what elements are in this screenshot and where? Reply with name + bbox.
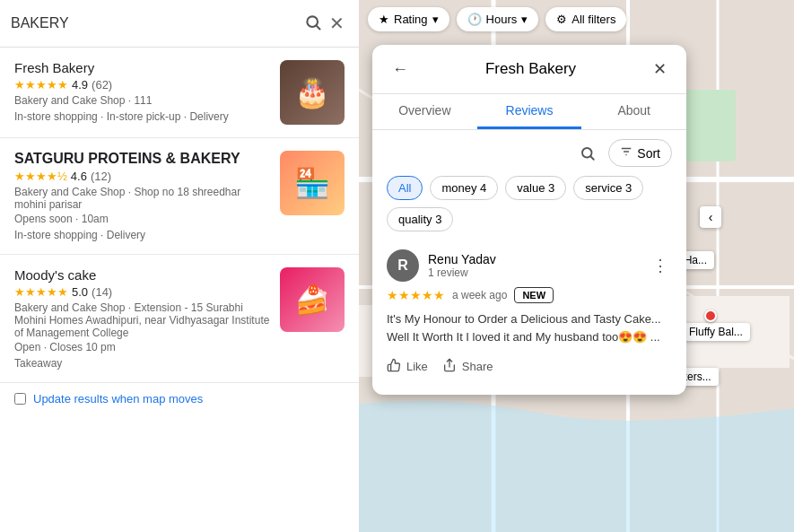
sort-icon xyxy=(620,145,633,161)
chevron-down-icon: ▾ xyxy=(432,13,439,26)
review-body: Sort All money 4 value 3 service 3 qua xyxy=(372,130,686,395)
chevron-down-icon: ▾ xyxy=(521,13,528,26)
review-panel: ← Fresh Bakery ✕ Overview Reviews About xyxy=(372,45,686,395)
update-checkbox[interactable] xyxy=(14,393,26,405)
share-icon xyxy=(442,358,457,375)
review-stars: ★★★★★ xyxy=(387,288,445,302)
svg-line-15 xyxy=(591,156,594,159)
filter-chips-row: All money 4 value 3 service 3 quality 3 xyxy=(387,176,672,231)
stars-row: ★★★★½ 4.6 (12) xyxy=(14,170,271,183)
listing-hours: Opens soon · 10am xyxy=(14,213,271,225)
sort-row: Sort xyxy=(387,139,672,167)
listing-item[interactable]: SATGURU PROTEINS & BAKERY ★★★★½ 4.6 (12)… xyxy=(0,138,359,255)
review-panel-title: Fresh Bakery xyxy=(421,60,641,78)
all-filters[interactable]: ⚙ All filters xyxy=(545,7,626,31)
review-count: (14) xyxy=(92,285,112,299)
map-label: Fluffy Bal... xyxy=(682,323,750,341)
listing-name: SATGURU PROTEINS & BAKERY xyxy=(14,151,271,167)
more-options-button[interactable]: ⋮ xyxy=(649,252,672,279)
share-label: Share xyxy=(462,360,493,373)
thumbs-up-icon xyxy=(387,358,401,375)
sort-button[interactable]: Sort xyxy=(608,139,672,167)
new-badge: NEW xyxy=(514,287,554,303)
stars: ★★★★★ xyxy=(14,285,68,299)
map-area: ★ Rating ▾ 🕐 Hours ▾ ⚙ All filters Baker… xyxy=(359,0,794,532)
tab-overview[interactable]: Overview xyxy=(372,94,477,129)
all-filters-label: All filters xyxy=(572,13,615,26)
review-header: ← Fresh Bakery ✕ xyxy=(372,45,686,94)
review-time: a week ago xyxy=(452,289,507,301)
tab-reviews[interactable]: Reviews xyxy=(477,94,582,129)
map-nav-left[interactable]: ‹ xyxy=(700,206,721,228)
search-reviews-button[interactable] xyxy=(574,140,601,167)
listing-name: Moody's cake xyxy=(14,267,271,283)
listing-item[interactable]: Fresh Bakery ★★★★★ 4.9 (62) Bakery and C… xyxy=(0,48,359,138)
chip-quality[interactable]: quality 3 xyxy=(387,207,453,231)
chip-money[interactable]: money 4 xyxy=(430,176,498,200)
hours-status: Open xyxy=(14,341,40,353)
tab-about[interactable]: About xyxy=(581,94,686,129)
star-icon: ★ xyxy=(379,13,389,26)
chip-all[interactable]: All xyxy=(387,176,423,200)
clear-button[interactable]: ✕ xyxy=(326,9,348,38)
listing-services: In-store shopping · In-store pick-up · D… xyxy=(14,110,271,123)
listing-image: 🍰 xyxy=(280,267,345,332)
like-label: Like xyxy=(406,360,428,373)
hours-time: · 10am xyxy=(75,213,109,225)
search-button[interactable] xyxy=(301,10,326,38)
like-button[interactable]: Like xyxy=(387,354,428,379)
svg-line-1 xyxy=(317,25,320,29)
listing-image: 🎂 xyxy=(280,60,345,125)
rating-label: Rating xyxy=(394,13,428,26)
listing-meta: Bakery and Cake Shop · Shop no 18 shreed… xyxy=(14,186,271,211)
reviewer-row: R Renu Yadav 1 review ⋮ xyxy=(387,249,672,282)
update-label: Update results when map moves xyxy=(33,392,203,406)
review-count: (12) xyxy=(91,170,111,183)
map-pin[interactable] xyxy=(704,310,717,322)
left-panel: ✕ Fresh Bakery ★★★★★ 4.9 (62) Bakery and… xyxy=(0,0,359,532)
map-filter-bar: ★ Rating ▾ 🕐 Hours ▾ ⚙ All filters xyxy=(359,0,794,39)
chip-service[interactable]: service 3 xyxy=(573,176,643,200)
listing-meta: Bakery and Cake Shop · 111 xyxy=(14,94,271,107)
review-card: R Renu Yadav 1 review ⋮ ★★★★★ a week ago… xyxy=(387,242,672,386)
review-tabs: Overview Reviews About xyxy=(372,94,686,130)
listing-name: Fresh Bakery xyxy=(14,60,271,75)
listing-content: Moody's cake ★★★★★ 5.0 (14) Bakery and C… xyxy=(14,267,271,370)
clock-icon: 🕐 xyxy=(467,13,482,26)
hours-status: Opens soon xyxy=(14,213,73,225)
listing-hours: Open · Closes 10 pm xyxy=(14,341,271,353)
listing-services: Takeaway xyxy=(14,357,271,370)
review-text: It's My Honour to Order a Delicious and … xyxy=(387,310,672,345)
listing-services: In-store shopping · Delivery xyxy=(14,229,271,241)
hours-filter[interactable]: 🕐 Hours ▾ xyxy=(457,7,539,31)
search-bar: ✕ xyxy=(0,0,359,48)
review-count: (62) xyxy=(92,78,112,92)
share-button[interactable]: Share xyxy=(442,354,493,379)
listing-content: Fresh Bakery ★★★★★ 4.9 (62) Bakery and C… xyxy=(14,60,271,125)
review-stars-row: ★★★★★ a week ago NEW xyxy=(387,287,672,303)
listing-content: SATGURU PROTEINS & BAKERY ★★★★½ 4.6 (12)… xyxy=(14,151,271,241)
stars: ★★★★½ xyxy=(14,170,67,183)
search-input[interactable] xyxy=(11,15,301,31)
hours-label: Hours xyxy=(486,13,518,26)
chip-value[interactable]: value 3 xyxy=(505,176,566,200)
stars-row: ★★★★★ 4.9 (62) xyxy=(14,78,271,92)
hours-time: · Closes 10 pm xyxy=(44,341,116,353)
listing-item[interactable]: Moody's cake ★★★★★ 5.0 (14) Bakery and C… xyxy=(0,255,359,383)
rating-num: 4.6 xyxy=(71,170,87,183)
reviewer-info: Renu Yadav 1 review xyxy=(428,252,640,279)
rating-num: 4.9 xyxy=(72,78,88,92)
close-button[interactable]: ✕ xyxy=(648,57,672,81)
rating-num: 5.0 xyxy=(72,285,88,299)
stars-row: ★★★★★ 5.0 (14) xyxy=(14,285,271,299)
reviewer-reviews: 1 review xyxy=(428,266,640,279)
listing-meta: Bakery and Cake Shop · Extension - 15 Su… xyxy=(14,301,271,339)
rating-filter[interactable]: ★ Rating ▾ xyxy=(368,7,449,31)
back-button[interactable]: ← xyxy=(387,58,414,81)
filter-icon: ⚙ xyxy=(556,13,567,26)
avatar: R xyxy=(387,249,419,282)
reviewer-name: Renu Yadav xyxy=(428,252,640,266)
listing-image: 🏪 xyxy=(280,151,345,215)
update-checkbox-row: Update results when map moves xyxy=(0,383,359,414)
review-actions: Like Share xyxy=(387,354,672,379)
